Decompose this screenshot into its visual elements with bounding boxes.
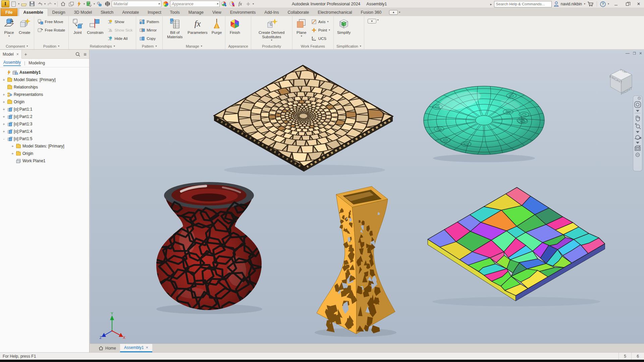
tree-item-origin[interactable]: + Origin bbox=[2, 98, 89, 106]
tree-item-part1-5-origin[interactable]: + Origin bbox=[2, 150, 89, 157]
redo-caret-icon[interactable]: ▾ bbox=[54, 3, 56, 5]
cart-icon[interactable] bbox=[587, 1, 594, 7]
render-sphere-icon[interactable] bbox=[104, 1, 111, 7]
group-label-productivity[interactable]: Productivity bbox=[251, 43, 292, 49]
tree-item-part1-1[interactable]: + [o]:Part1:1 bbox=[2, 106, 89, 113]
clear-appearance-button[interactable] bbox=[228, 1, 236, 7]
tree-item-work-plane1[interactable]: Work Plane1 bbox=[2, 157, 89, 165]
customize-qat-caret-icon[interactable]: ▾ bbox=[253, 3, 254, 5]
expander-icon[interactable]: + bbox=[2, 129, 6, 133]
doc-restore-icon[interactable]: ❐ bbox=[633, 52, 636, 55]
group-label-relationships[interactable]: Relationships▾ bbox=[69, 43, 136, 49]
copy-button[interactable]: Copy bbox=[138, 34, 161, 43]
constrain-button[interactable]: Constrain bbox=[85, 17, 105, 43]
tree-item-part1-3[interactable]: + [o]:Part1:3 bbox=[2, 120, 89, 128]
place-button[interactable]: Place ▾ bbox=[2, 17, 16, 43]
material-combo[interactable]: Material▾ bbox=[112, 1, 161, 7]
open-button[interactable] bbox=[20, 1, 28, 7]
tab-file[interactable]: File bbox=[1, 8, 17, 16]
zoom-caret-icon[interactable] bbox=[636, 131, 639, 133]
appearance-combo[interactable]: Appearance▾ bbox=[170, 1, 220, 7]
expander-icon[interactable]: + bbox=[2, 93, 6, 97]
group-label-position[interactable]: Position▾ bbox=[34, 43, 69, 49]
browser-tab-model[interactable]: Model × bbox=[0, 50, 22, 59]
expander-icon[interactable]: + bbox=[2, 78, 6, 82]
tab-assemble[interactable]: Assemble bbox=[19, 8, 48, 16]
select-caret-icon[interactable]: ▾ bbox=[94, 3, 95, 5]
zoom-icon[interactable] bbox=[634, 123, 641, 130]
minimize-button[interactable] bbox=[611, 0, 621, 8]
new-file-button[interactable] bbox=[10, 1, 17, 7]
tree-item-representations[interactable]: + Representations bbox=[2, 91, 89, 98]
search-input[interactable] bbox=[494, 1, 552, 7]
tree-item-assembly1[interactable]: Assembly1 bbox=[2, 69, 89, 76]
parameters-button[interactable]: fx Parameters bbox=[186, 17, 209, 43]
save-button[interactable] bbox=[28, 1, 36, 7]
iproperties-button[interactable] bbox=[75, 1, 83, 7]
close-button[interactable]: × bbox=[634, 0, 643, 8]
doc-minimize-icon[interactable]: — bbox=[626, 51, 630, 56]
group-label-appearance[interactable]: Appearance bbox=[225, 43, 251, 49]
joint-button[interactable]: Joint bbox=[70, 17, 85, 43]
inventor-logo-icon[interactable]: I bbox=[1, 0, 9, 7]
redo-button[interactable] bbox=[46, 1, 54, 7]
plane-button[interactable]: Plane ▾ bbox=[294, 17, 309, 43]
model-voronoi-tower[interactable] bbox=[305, 182, 406, 340]
view-cube[interactable]: TOP FRONT RIGHT bbox=[606, 65, 637, 97]
expander-icon[interactable]: + bbox=[2, 100, 6, 104]
tab-3d-model[interactable]: 3D Model bbox=[70, 8, 97, 16]
show-button[interactable]: Show bbox=[106, 17, 134, 26]
tree-item-part1-5-model-states[interactable]: + Model States: [Primary] bbox=[2, 142, 89, 150]
tree-item-relationships[interactable]: Relationships bbox=[2, 83, 89, 91]
tab-design[interactable]: Design bbox=[48, 8, 70, 16]
search-expand-icon[interactable]: ▸ bbox=[490, 2, 492, 6]
pan-hand-icon[interactable] bbox=[634, 114, 641, 122]
add-browser-tab-button[interactable]: + bbox=[22, 52, 30, 57]
3d-viewport[interactable]: — ❐ × TOP FRONT RIGHT Y X bbox=[90, 50, 644, 344]
orbit-icon[interactable] bbox=[634, 134, 641, 141]
doc-close-icon[interactable]: × bbox=[639, 51, 642, 56]
hide-all-button[interactable]: Hide All bbox=[106, 34, 134, 43]
appearance-wheel-icon[interactable] bbox=[162, 1, 169, 7]
navbar-close-icon[interactable] bbox=[634, 97, 641, 100]
group-label-pattern[interactable]: Pattern▾ bbox=[136, 43, 162, 49]
ribbon-collapse-button[interactable]: ▼ bbox=[368, 19, 376, 23]
point-button[interactable]: Point▾ bbox=[310, 26, 332, 34]
expander-icon[interactable]: + bbox=[2, 122, 6, 126]
navigation-wheel-icon[interactable] bbox=[634, 101, 641, 109]
look-at-icon[interactable] bbox=[634, 145, 641, 152]
tab-manage[interactable]: Manage bbox=[184, 8, 208, 16]
bill-of-materials-button[interactable]: Bill of Materials bbox=[164, 17, 185, 43]
home-button[interactable] bbox=[59, 1, 67, 7]
wheel-caret-icon[interactable] bbox=[636, 110, 639, 112]
ribbon-appearance-icon[interactable]: ▲ bbox=[389, 10, 398, 15]
orbit-caret-icon[interactable] bbox=[636, 142, 639, 144]
create-button[interactable]: Create bbox=[17, 17, 32, 43]
browser-menu-icon[interactable]: ≡ bbox=[84, 51, 87, 57]
view-tab-modeling[interactable]: Modeling bbox=[29, 61, 45, 65]
tab-inspect[interactable]: Inspect bbox=[143, 8, 165, 16]
ribbon-appearance-caret-icon[interactable]: ▾ bbox=[399, 11, 400, 14]
insert-constrain-button[interactable] bbox=[96, 1, 103, 7]
browser-search-icon[interactable] bbox=[75, 52, 80, 57]
iproperties-caret-icon[interactable]: ▾ bbox=[84, 3, 85, 5]
help-caret-icon[interactable]: ▾ bbox=[608, 3, 609, 5]
tab-tools[interactable]: Tools bbox=[166, 8, 184, 16]
tab-electromechanical[interactable]: Electromechanical bbox=[313, 8, 356, 16]
undo-caret-icon[interactable]: ▾ bbox=[44, 3, 46, 5]
user-menu-caret-icon[interactable]: ▾ bbox=[584, 3, 585, 5]
free-move-button[interactable]: Free Move bbox=[36, 17, 67, 26]
tree-item-part1-2[interactable]: + [o]:Part1:2 bbox=[2, 113, 89, 120]
browser-tab-close-icon[interactable]: × bbox=[16, 52, 19, 57]
tab-view[interactable]: View bbox=[208, 8, 226, 16]
group-label-work-features[interactable]: Work Features bbox=[292, 43, 333, 49]
component-select-button[interactable] bbox=[86, 1, 93, 7]
pattern-button[interactable]: Pattern bbox=[138, 17, 161, 26]
help-icon[interactable]: ? bbox=[600, 1, 606, 7]
simplify-button[interactable]: Simplify bbox=[335, 17, 352, 43]
doc-tab-assembly1[interactable]: Assembly1 × bbox=[120, 344, 152, 352]
tree-item-part1-4[interactable]: + [o]:Part1:4 bbox=[2, 128, 89, 135]
new-file-caret-icon[interactable]: ▾ bbox=[18, 3, 19, 5]
group-label-component[interactable]: Component▾ bbox=[0, 43, 34, 49]
mirror-button[interactable]: Mirror bbox=[138, 26, 161, 34]
